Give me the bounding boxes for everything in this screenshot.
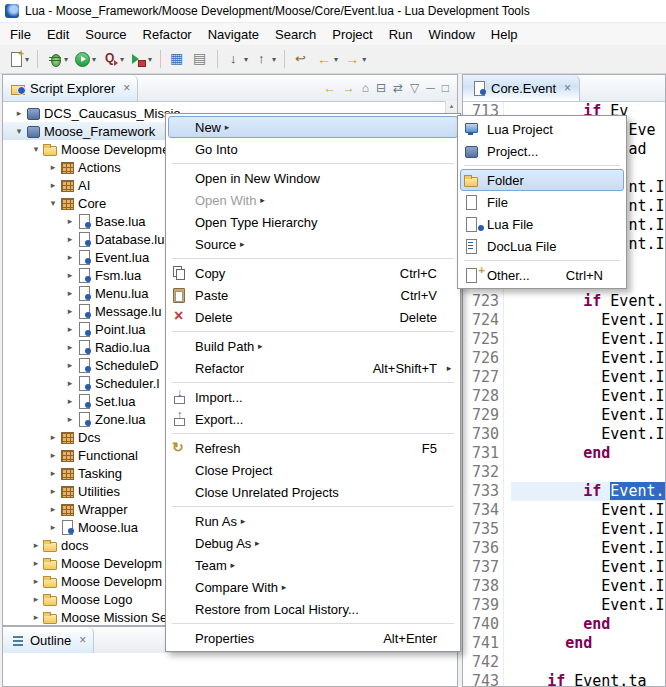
menu-item-close-project[interactable]: Close Project [168, 459, 458, 481]
close-icon[interactable]: × [123, 81, 130, 95]
expand-arrow-icon[interactable]: ▸ [64, 270, 76, 280]
dropdown-caret-icon[interactable]: ▾ [244, 55, 248, 64]
menu-item-new[interactable]: New▸ [168, 116, 458, 138]
collapse-all-icon[interactable]: ⊟ [376, 81, 386, 95]
back-button[interactable]: ▾ [313, 47, 341, 71]
expand-arrow-icon[interactable]: ▸ [47, 180, 59, 190]
menu-item-doclua-file[interactable]: DocLua File [460, 235, 624, 257]
menu-item-file[interactable]: File [460, 191, 624, 213]
menu-search[interactable]: Search [267, 24, 324, 45]
back-icon[interactable]: ← [324, 81, 336, 95]
close-icon[interactable]: × [79, 633, 86, 647]
scroll-up-icon[interactable]: ▲ [446, 101, 457, 112]
expand-arrow-icon[interactable]: ▸ [47, 432, 59, 442]
collapse-arrow-icon[interactable]: ▾ [30, 144, 42, 154]
menu-refactor[interactable]: Refactor [135, 24, 200, 45]
dropdown-caret-icon[interactable]: ▾ [92, 55, 96, 64]
tab-outline[interactable]: Outline × [3, 627, 94, 653]
dropdown-caret-icon[interactable]: ▾ [334, 55, 338, 64]
expand-arrow-icon[interactable]: ▸ [64, 414, 76, 424]
menu-item-go-into[interactable]: Go Into [168, 138, 458, 160]
dropdown-caret-icon[interactable]: ▾ [64, 55, 68, 64]
expand-arrow-icon[interactable]: ▸ [47, 522, 59, 532]
expand-arrow-icon[interactable]: ▸ [47, 504, 59, 514]
menu-item-lua-file[interactable]: Lua File [460, 213, 624, 235]
next-annotation-button[interactable]: ▾ [223, 47, 251, 71]
menu-window[interactable]: Window [421, 24, 483, 45]
menu-item-lua-project[interactable]: Lua Project [460, 118, 624, 140]
menu-item-open-in-new-window[interactable]: Open in New Window [168, 167, 458, 189]
minimize-icon[interactable]: ─ [426, 81, 435, 95]
debug-button[interactable]: ▾ [43, 47, 71, 71]
menu-file[interactable]: File [2, 24, 39, 45]
maximize-icon[interactable]: □ [442, 81, 449, 95]
dropdown-caret-icon[interactable]: ▾ [25, 55, 29, 64]
menu-navigate[interactable]: Navigate [200, 24, 267, 45]
expand-arrow-icon[interactable]: ▸ [30, 594, 42, 604]
menu-item-export[interactable]: Export... [168, 408, 458, 430]
forward-icon[interactable]: → [343, 81, 355, 95]
grid-view-button[interactable] [189, 47, 212, 71]
expand-arrow-icon[interactable]: ▸ [30, 540, 42, 550]
dropdown-caret-icon[interactable]: ▾ [148, 55, 152, 64]
menu-item-source[interactable]: Source▸ [168, 233, 458, 255]
menu-item-restore-from-local-history[interactable]: Restore from Local History... [168, 598, 458, 620]
new-wizard-button[interactable]: ▾ [4, 47, 32, 71]
menu-item-other[interactable]: Other...Ctrl+N [460, 264, 624, 286]
menu-item-refactor[interactable]: RefactorAlt+Shift+T▸ [168, 357, 458, 379]
menu-item-run-as[interactable]: Run As▸ [168, 510, 458, 532]
menu-item-team[interactable]: Team▸ [168, 554, 458, 576]
coverage-button[interactable]: ▾ [99, 47, 127, 71]
collapse-arrow-icon[interactable]: ▾ [13, 126, 25, 136]
expand-arrow-icon[interactable]: ▸ [64, 252, 76, 262]
view-menu-icon[interactable]: ▽ [410, 81, 419, 95]
menu-item-build-path[interactable]: Build Path▸ [168, 335, 458, 357]
menu-project[interactable]: Project [324, 24, 380, 45]
expand-arrow-icon[interactable]: ▸ [47, 468, 59, 478]
menu-run[interactable]: Run [381, 24, 421, 45]
menu-source[interactable]: Source [77, 24, 134, 45]
run-button[interactable]: ▾ [71, 47, 99, 71]
expand-arrow-icon[interactable]: ▸ [30, 576, 42, 586]
close-icon[interactable]: × [564, 81, 571, 95]
expand-arrow-icon[interactable]: ▸ [47, 162, 59, 172]
forward-button[interactable]: ▾ [341, 47, 369, 71]
dropdown-caret-icon[interactable]: ▾ [362, 55, 366, 64]
last-edit-location-button[interactable] [290, 47, 313, 71]
expand-arrow-icon[interactable]: ▸ [64, 378, 76, 388]
menu-item-compare-with[interactable]: Compare With▸ [168, 576, 458, 598]
menu-item-import[interactable]: Import... [168, 386, 458, 408]
expand-arrow-icon[interactable]: ▸ [13, 108, 25, 118]
expand-arrow-icon[interactable]: ▸ [64, 396, 76, 406]
tab-core-event[interactable]: Core.Event × [463, 75, 580, 101]
tab-script-explorer[interactable]: Script Explorer × [3, 75, 138, 101]
expand-arrow-icon[interactable]: ▸ [64, 306, 76, 316]
menu-item-open-with[interactable]: Open With▸ [168, 189, 458, 211]
menu-item-properties[interactable]: PropertiesAlt+Enter [168, 627, 458, 649]
expand-arrow-icon[interactable]: ▸ [64, 360, 76, 370]
external-tools-button[interactable]: ▾ [127, 47, 155, 71]
expand-arrow-icon[interactable]: ▸ [64, 342, 76, 352]
expand-arrow-icon[interactable]: ▸ [30, 612, 42, 622]
dropdown-caret-icon[interactable]: ▾ [272, 55, 276, 64]
collapse-arrow-icon[interactable]: ▾ [47, 198, 59, 208]
new-lua-table-button[interactable] [166, 47, 189, 71]
expand-arrow-icon[interactable]: ▸ [64, 324, 76, 334]
menu-help[interactable]: Help [483, 24, 526, 45]
previous-annotation-button[interactable]: ▾ [251, 47, 279, 71]
dropdown-caret-icon[interactable]: ▾ [120, 55, 124, 64]
menu-item-paste[interactable]: PasteCtrl+V [168, 284, 458, 306]
menu-item-copy[interactable]: CopyCtrl+C [168, 262, 458, 284]
menu-item-project[interactable]: Project... [460, 140, 624, 162]
expand-arrow-icon[interactable]: ▸ [64, 234, 76, 244]
expand-arrow-icon[interactable]: ▸ [64, 216, 76, 226]
menu-item-folder[interactable]: Folder [460, 169, 624, 191]
expand-arrow-icon[interactable]: ▸ [47, 486, 59, 496]
menu-edit[interactable]: Edit [39, 24, 77, 45]
menu-item-refresh[interactable]: RefreshF5 [168, 437, 458, 459]
expand-arrow-icon[interactable]: ▸ [64, 288, 76, 298]
menu-item-debug-as[interactable]: Debug As▸ [168, 532, 458, 554]
menu-item-open-type-hierarchy[interactable]: Open Type Hierarchy [168, 211, 458, 233]
link-with-editor-icon[interactable]: ⇄ [393, 81, 403, 95]
expand-arrow-icon[interactable]: ▸ [30, 558, 42, 568]
